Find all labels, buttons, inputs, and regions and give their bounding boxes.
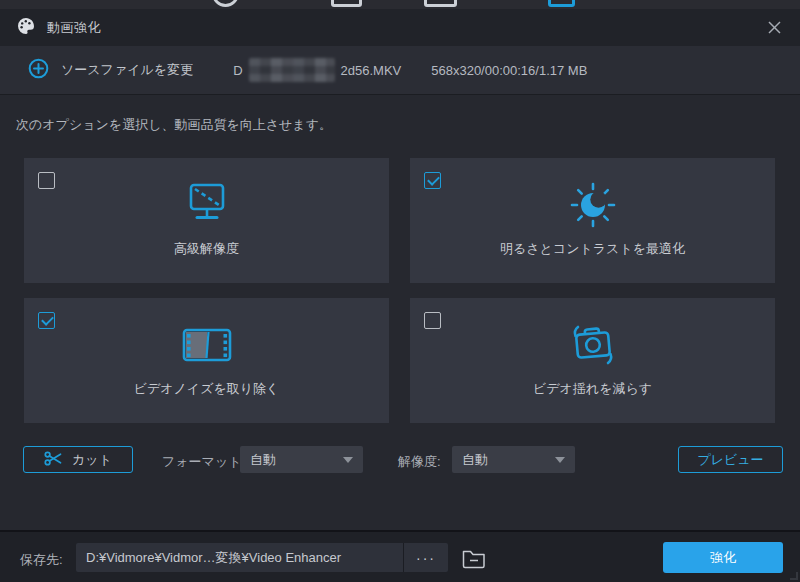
change-source-label: ソースファイルを変更	[61, 61, 193, 79]
background-toolbar-strip	[0, 0, 800, 9]
option-label: 高級解像度	[24, 240, 389, 258]
video-enhance-dialog: 動画強化 ソースファイルを変更 D 2d56.MKV 568x320/00:00…	[0, 0, 800, 582]
camera-shake-icon	[410, 316, 775, 374]
change-source-button[interactable]: ソースファイルを変更	[28, 58, 193, 83]
option-card-brightness-contrast[interactable]: 明るさとコントラストを最適化	[410, 158, 775, 283]
save-path-input[interactable]: D:¥Vidmore¥Vidmor…変換¥Video Enhancer ···	[76, 543, 448, 572]
palette-icon	[16, 16, 36, 40]
instruction-text: 次のオプションを選択し、動画品質を向上させます。	[16, 116, 332, 134]
file-path-prefix: D	[233, 63, 242, 78]
resize-grip[interactable]	[790, 572, 798, 580]
option-card-advanced-resolution[interactable]: 高級解像度	[24, 158, 389, 283]
format-dropdown[interactable]: 自動	[240, 446, 363, 473]
file-name: 2d56.MKV	[341, 63, 402, 78]
source-file-row: ソースファイルを変更 D 2d56.MKV 568x320/00:00:16/1…	[0, 46, 800, 94]
dialog-titlebar: 動画強化	[0, 9, 800, 46]
partial-circle-icon	[212, 0, 239, 7]
chevron-down-icon	[555, 457, 565, 463]
footer-bar: 保存先: D:¥Vidmore¥Vidmor…変換¥Video Enhancer…	[0, 530, 800, 582]
browse-path-button[interactable]: ···	[404, 543, 448, 572]
option-card-remove-noise[interactable]: ビデオノイズを取り除く	[24, 298, 389, 423]
partial-rect-icon	[331, 0, 362, 7]
redacted-path-blur	[249, 58, 335, 82]
film-strip-noise-icon	[24, 316, 389, 374]
save-destination-label: 保存先:	[20, 551, 63, 569]
preview-label: プレビュー	[697, 451, 763, 469]
cut-button[interactable]: カット	[23, 446, 133, 473]
brightness-sun-icon	[410, 176, 775, 234]
resolution-dropdown[interactable]: 自動	[452, 446, 575, 473]
resolution-label: 解像度:	[398, 453, 441, 471]
format-value: 自動	[250, 451, 276, 469]
option-card-reduce-shake[interactable]: ビデオ揺れを減らす	[410, 298, 775, 423]
scissors-icon	[44, 451, 63, 469]
monitor-resolution-icon	[24, 176, 389, 234]
partial-rect-icon	[424, 0, 457, 7]
cut-label: カット	[72, 451, 112, 469]
partial-active-tab-icon	[548, 0, 575, 7]
option-label: 明るさとコントラストを最適化	[410, 240, 775, 258]
close-icon[interactable]	[764, 18, 784, 38]
enhance-button[interactable]: 強化	[663, 542, 783, 573]
plus-circle-icon	[28, 58, 49, 83]
save-path-value: D:¥Vidmore¥Vidmor…変換¥Video Enhancer	[76, 543, 403, 572]
resolution-value: 自動	[462, 451, 488, 469]
file-info: 568x320/00:00:16/1.17 MB	[431, 63, 587, 78]
preview-button[interactable]: プレビュー	[678, 446, 783, 473]
format-label: フォーマット:	[162, 453, 245, 471]
open-folder-icon[interactable]	[460, 546, 488, 570]
chevron-down-icon	[343, 457, 353, 463]
dialog-title: 動画強化	[47, 19, 101, 37]
option-label: ビデオノイズを取り除く	[24, 380, 389, 398]
divider	[0, 94, 800, 95]
option-label: ビデオ揺れを減らす	[410, 380, 775, 398]
